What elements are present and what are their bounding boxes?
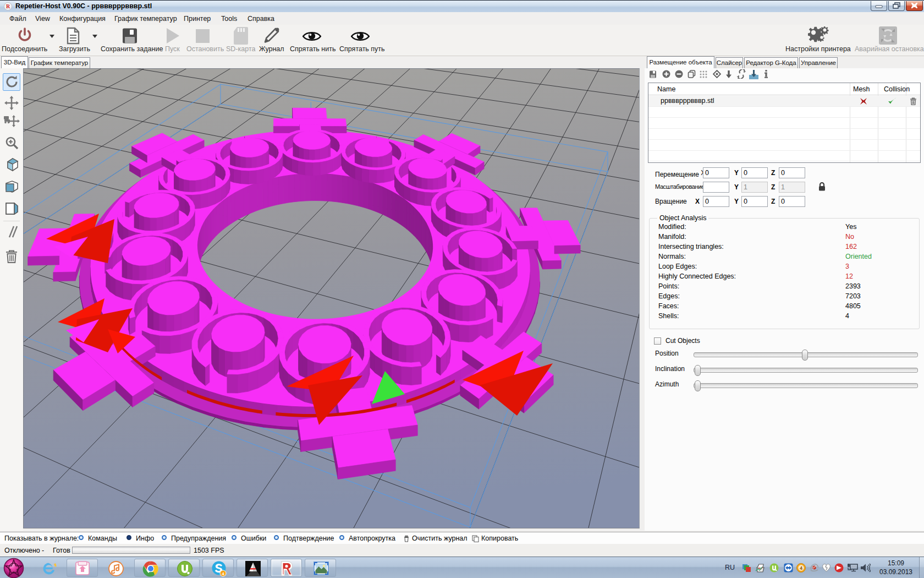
svg-text:4: 4 (222, 571, 224, 576)
svg-text:4: 4 (800, 565, 802, 571)
svg-text:R: R (6, 3, 10, 9)
